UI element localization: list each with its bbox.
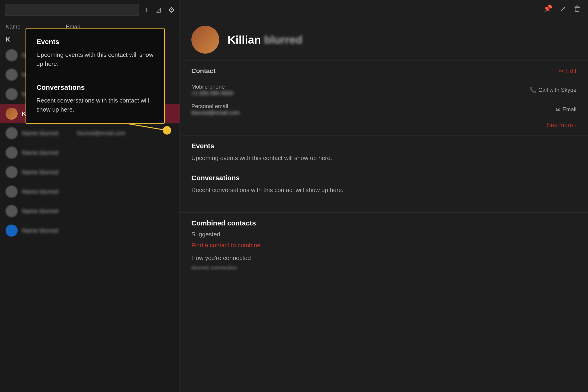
contact-large-name: Killian blurred	[228, 34, 302, 46]
right-header: 📌 ↗ 🗑	[180, 0, 588, 18]
list-item[interactable]: Name blurred	[0, 201, 180, 221]
skype-icon: 📞	[530, 87, 536, 93]
avatar	[6, 108, 18, 120]
events-divider	[191, 168, 576, 168]
settings-icon[interactable]: ⚙	[168, 6, 175, 14]
connected-value: blurred connection	[191, 264, 576, 271]
contact-email: blurred@email.com	[77, 130, 174, 136]
tooltip-popup: Events Upcoming events with this contact…	[26, 28, 165, 124]
avatar	[6, 88, 18, 100]
contact-name: Name blurred	[22, 188, 73, 195]
edit-icon: ✏	[559, 68, 564, 75]
edit-button[interactable]: ✏ Edit	[559, 68, 576, 75]
list-item[interactable]: Name blurred	[0, 182, 180, 201]
conversations-text: Recent conversations with this contact w…	[191, 186, 576, 194]
contact-section: Contact ✏ Edit Mobile phone +1 555 000 0…	[180, 61, 588, 136]
delete-icon[interactable]: 🗑	[574, 4, 581, 13]
tooltip-events-text: Upcoming events with this contact will s…	[36, 50, 154, 68]
call-with-skype-button[interactable]: 📞 Call with Skype	[530, 87, 576, 93]
chevron-right-icon: ›	[574, 122, 576, 129]
combined-contacts-title: Combined contacts	[191, 219, 576, 227]
contact-name: Name blurred	[22, 130, 73, 137]
tooltip-events-title: Events	[36, 38, 154, 46]
avatar	[6, 49, 18, 61]
mobile-phone-value: +1 555 000 0000	[191, 90, 233, 96]
mobile-phone-row: Mobile phone +1 555 000 0000 📞 Call with…	[191, 80, 576, 100]
list-item[interactable]: Name blurred blurred@email.com	[0, 124, 180, 143]
right-panel: 📌 ↗ 🗑 Killian blurred Contact ✏ Edit Mob…	[180, 0, 588, 392]
see-more-button[interactable]: See more ›	[191, 119, 576, 129]
tooltip-conversations-title: Conversations	[36, 84, 154, 92]
personal-email-info: Personal email blurred@email.com	[191, 103, 240, 116]
list-item[interactable]: Name blurred	[0, 162, 180, 182]
avatar	[6, 186, 18, 198]
tooltip-divider	[36, 76, 154, 76]
email-action-button[interactable]: ✉ Email	[556, 106, 576, 113]
mobile-phone-info: Mobile phone +1 555 000 0000	[191, 84, 233, 96]
avatar	[6, 127, 18, 139]
avatar	[6, 224, 18, 236]
email-icon: ✉	[556, 106, 561, 113]
mobile-phone-label: Mobile phone	[191, 84, 233, 90]
contact-name: Name blurred	[22, 149, 73, 156]
filter-icon[interactable]: ⊿	[156, 6, 162, 14]
suggested-label: Suggested	[191, 231, 576, 238]
conversations-divider	[191, 200, 576, 200]
avatar	[6, 166, 18, 178]
pin-icon[interactable]: 📌	[543, 4, 552, 13]
contact-large-avatar	[191, 26, 219, 54]
contact-name: Name blurred	[22, 169, 73, 176]
list-item[interactable]: Name blurred	[0, 221, 180, 240]
contact-detail-name-block: Killian blurred	[228, 34, 302, 46]
share-icon[interactable]: ↗	[560, 4, 566, 13]
list-item[interactable]: Name blurred	[0, 143, 180, 162]
contact-detail-header: Killian blurred	[180, 18, 588, 61]
contact-name: Name blurred	[22, 227, 73, 234]
contact-section-header: Contact ✏ Edit	[191, 67, 576, 75]
how-connected-label: How you're connected	[191, 254, 576, 262]
combined-contacts-section: Combined contacts Suggested Find a conta…	[180, 213, 588, 278]
events-section: Events Upcoming events with this contact…	[180, 136, 588, 213]
contact-name: Name blurred	[22, 208, 73, 215]
avatar	[6, 205, 18, 217]
contact-section-title: Contact	[191, 67, 216, 75]
search-input[interactable]	[5, 4, 139, 16]
personal-email-value: blurred@email.com	[191, 110, 240, 116]
avatar	[6, 146, 18, 159]
left-panel: + ⊿ ⚙ Name Email K Name blurred Name blu…	[0, 0, 180, 392]
find-contact-button[interactable]: Find a contact to combine	[191, 242, 576, 249]
events-title: Events	[191, 142, 576, 150]
personal-email-label: Personal email	[191, 103, 240, 110]
tooltip-conversations-text: Recent conversations with this contact w…	[36, 96, 154, 114]
toolbar: + ⊿ ⚙	[0, 0, 180, 20]
add-icon[interactable]: +	[144, 6, 149, 14]
toolbar-icons: + ⊿ ⚙	[144, 6, 175, 14]
personal-email-row: Personal email blurred@email.com ✉ Email	[191, 100, 576, 119]
events-text: Upcoming events with this contact will s…	[191, 154, 576, 162]
avatar	[6, 69, 18, 81]
conversations-title: Conversations	[191, 174, 576, 182]
